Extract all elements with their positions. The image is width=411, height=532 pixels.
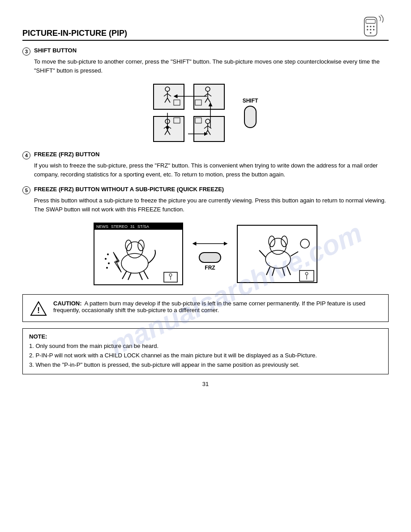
tv-screen-freeze xyxy=(237,225,317,283)
svg-line-12 xyxy=(167,94,171,96)
note-item-3: 3. When the "P-in-P" button is pressed, … xyxy=(29,360,382,370)
section-num-4: 4 xyxy=(22,151,30,159)
section-title-5: FREEZE (FRZ) BUTTON WITHOUT A SUB-PICTUR… xyxy=(34,186,224,193)
cartoon-frozen xyxy=(238,226,316,283)
section-shift: 3 SHIFT BUTTON To move the sub-picture t… xyxy=(22,47,389,75)
svg-point-50 xyxy=(107,253,109,255)
svg-line-68 xyxy=(259,250,265,257)
svg-text:!: ! xyxy=(37,306,40,315)
svg-point-16 xyxy=(206,87,210,91)
frz-arrow-area: FRZ xyxy=(192,237,228,271)
svg-point-55 xyxy=(169,274,172,276)
svg-line-66 xyxy=(283,268,285,276)
svg-point-4 xyxy=(373,26,375,28)
tv-bar: NEWS STEREO 31 ST/SA xyxy=(94,223,182,230)
svg-point-51 xyxy=(105,258,107,260)
svg-point-30 xyxy=(206,119,210,124)
svg-line-11 xyxy=(164,94,167,96)
shift-button-diagram: SHIFT xyxy=(243,98,258,128)
section-freeze-header: 4 FREEZE (FRZ) BUTTON xyxy=(22,151,389,159)
svg-line-69 xyxy=(291,252,298,256)
section-qf-header: 5 FREEZE (FRZ) BUTTON WITHOUT A SUB-PICT… xyxy=(22,186,389,194)
note-item-2: 2. P-IN-P will not work with a CHILD LOC… xyxy=(29,351,382,360)
grid-tr xyxy=(193,84,225,110)
svg-line-32 xyxy=(204,126,208,129)
note-item-1: 1. Only sound from the main picture can … xyxy=(29,342,382,351)
svg-point-5 xyxy=(367,29,368,31)
svg-point-53 xyxy=(106,267,108,269)
svg-point-52 xyxy=(108,262,110,264)
svg-line-21 xyxy=(208,98,210,103)
svg-line-67 xyxy=(287,266,291,275)
svg-point-72 xyxy=(305,272,308,275)
svg-point-60 xyxy=(265,250,291,268)
grid-bl xyxy=(153,116,184,142)
note-title: NOTE: xyxy=(29,333,382,340)
note-box: NOTE: 1. Only sound from the main pictur… xyxy=(22,328,389,374)
svg-line-26 xyxy=(167,126,171,129)
caution-icon: ! xyxy=(30,301,47,316)
svg-point-8 xyxy=(370,32,372,34)
caution-label: CAUTION: xyxy=(53,300,82,307)
pip-grid xyxy=(153,84,225,142)
tv-bar-stsa: ST/SA xyxy=(137,224,149,229)
caution-body: A pattern burn may develop if the sub-pi… xyxy=(53,300,365,313)
shift-label: SHIFT xyxy=(243,98,258,104)
svg-rect-29 xyxy=(174,118,180,123)
svg-line-48 xyxy=(139,273,142,280)
remote-icon xyxy=(357,13,389,38)
svg-point-9 xyxy=(165,87,170,91)
page-title: PICTURE-IN-PICTURE (PIP) xyxy=(22,13,389,41)
caution-text: CAUTION:A pattern burn may develop if th… xyxy=(53,300,381,313)
caution-box: ! CAUTION:A pattern burn may develop if … xyxy=(22,294,389,322)
cartoon-main xyxy=(94,230,180,283)
svg-line-25 xyxy=(164,126,167,129)
svg-point-3 xyxy=(370,26,372,28)
svg-rect-15 xyxy=(174,100,180,105)
tv-screen-main: NEWS STEREO 31 ST/SA xyxy=(94,223,183,285)
svg-line-64 xyxy=(266,267,270,275)
note-items: 1. Only sound from the main picture can … xyxy=(29,342,382,369)
svg-point-2 xyxy=(367,26,368,28)
svg-rect-36 xyxy=(195,118,201,123)
frz-diagram: NEWS STEREO 31 ST/SA xyxy=(22,223,389,285)
svg-line-47 xyxy=(128,273,131,280)
page-number: 31 xyxy=(22,381,389,387)
grid-br xyxy=(193,116,225,142)
section-shift-header: 3 SHIFT BUTTON xyxy=(22,47,389,56)
svg-point-6 xyxy=(370,29,372,31)
section-body-3: To move the sub-picture to another corne… xyxy=(34,57,389,75)
svg-line-20 xyxy=(205,98,208,103)
svg-rect-1 xyxy=(366,20,375,24)
shift-pill xyxy=(244,106,257,128)
section-num-3: 3 xyxy=(22,47,30,56)
svg-line-33 xyxy=(208,126,211,129)
section-freeze: 4 FREEZE (FRZ) BUTTON If you wish to fre… xyxy=(22,151,389,179)
svg-line-19 xyxy=(208,94,211,96)
svg-point-23 xyxy=(165,119,170,124)
frz-label: FRZ xyxy=(205,265,215,271)
svg-point-44 xyxy=(125,240,132,251)
section-title-4: FREEZE (FRZ) BUTTON xyxy=(34,151,99,158)
svg-line-18 xyxy=(204,94,208,96)
shift-diagram: SHIFT xyxy=(22,84,389,142)
svg-line-13 xyxy=(165,98,167,103)
svg-point-42 xyxy=(121,253,148,273)
grid-tl xyxy=(153,84,184,110)
section-num-5: 5 xyxy=(22,186,30,194)
section-body-5: Press this button without a sub-picture … xyxy=(34,196,389,214)
svg-point-45 xyxy=(138,240,144,251)
svg-point-43 xyxy=(127,242,143,258)
frz-arrows xyxy=(192,237,228,250)
svg-point-7 xyxy=(373,29,375,31)
svg-line-28 xyxy=(167,130,170,135)
svg-line-14 xyxy=(167,98,170,103)
svg-line-46 xyxy=(122,271,127,279)
tv-bar-31: 31 xyxy=(130,224,135,229)
svg-line-35 xyxy=(208,130,210,135)
tv-bar-news: NEWS xyxy=(96,224,108,229)
svg-point-70 xyxy=(300,239,309,248)
frz-pill xyxy=(199,252,221,263)
section-title-3: SHIFT BUTTON xyxy=(34,47,77,54)
tv-bar-stereo: STEREO xyxy=(111,224,128,229)
